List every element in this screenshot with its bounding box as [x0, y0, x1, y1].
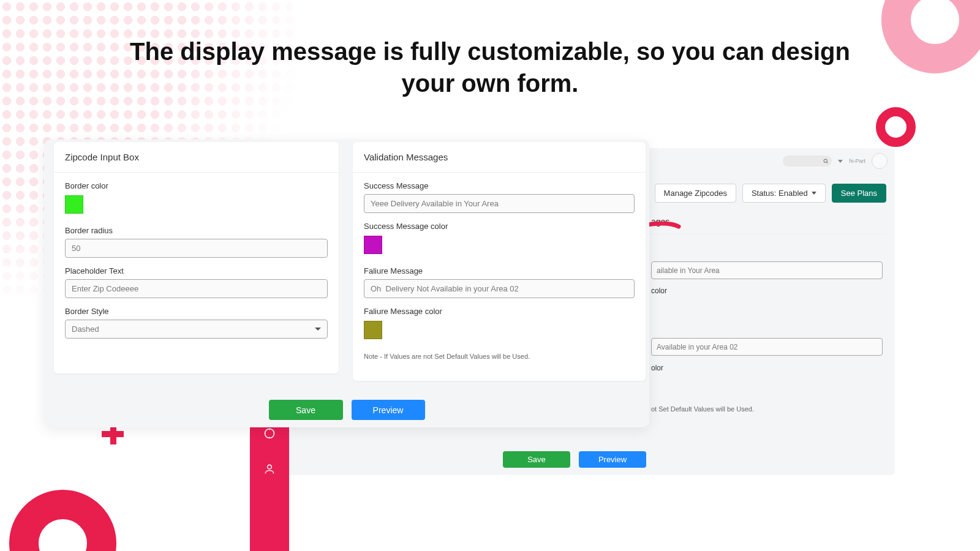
bg-save-button[interactable]: Save	[503, 451, 570, 468]
border-color-label: Border color	[65, 181, 328, 190]
action-bar: Help Manage Zipcodes Status: Enabled See…	[614, 184, 886, 203]
bg-failure-color-label: olor	[651, 364, 883, 372]
divider	[645, 234, 886, 234]
border-color-swatch[interactable]	[65, 195, 83, 214]
manage-zipcodes-button[interactable]: Manage Zipcodes	[655, 184, 736, 203]
search-icon	[823, 159, 829, 164]
success-message-label: Success Message	[364, 181, 635, 190]
failure-color-swatch[interactable]	[364, 321, 382, 339]
user-icon	[263, 463, 276, 478]
status-dropdown[interactable]: Status: Enabled	[742, 184, 826, 203]
zipcode-input-card: Zipcode Input Box Border color Border ra…	[54, 142, 339, 373]
avatar[interactable]	[872, 153, 888, 169]
decorative-ring-red-bottom	[9, 490, 116, 551]
svg-point-1	[268, 465, 272, 469]
compass-icon	[263, 427, 276, 442]
settings-panel: Zipcode Input Box Border color Border ra…	[44, 140, 649, 427]
failure-color-label: Faliure Message color	[364, 307, 635, 316]
topbar: hi-Part	[783, 153, 888, 169]
decorative-ring-pink	[881, 0, 980, 73]
border-style-select[interactable]: Dashed	[65, 320, 328, 339]
failure-message-label: Faliure Message	[364, 266, 635, 276]
border-radius-label: Border radius	[65, 226, 328, 235]
bg-success-color-label: color	[651, 287, 883, 295]
decorative-ring-red	[876, 107, 916, 147]
search-input[interactable]	[783, 156, 832, 167]
success-color-label: Success Message color	[364, 222, 635, 231]
bg-card-title: ages	[651, 217, 669, 227]
button-row: Save Preview	[44, 400, 649, 420]
svg-point-0	[265, 429, 274, 438]
sidebar-strip	[250, 426, 289, 551]
success-message-input[interactable]	[364, 194, 635, 213]
status-label: Status: Enabled	[752, 189, 808, 198]
failure-message-input[interactable]	[364, 279, 635, 298]
success-color-swatch[interactable]	[364, 236, 382, 254]
bg-preview-button[interactable]: Preview	[579, 451, 646, 468]
card-title-right: Validation Messages	[353, 142, 646, 173]
border-style-label: Border Style	[65, 307, 328, 316]
chevron-down-icon	[812, 192, 816, 195]
note-text: Note - If Values are not Set Default Val…	[364, 353, 635, 360]
bg-failure-input[interactable]	[651, 338, 883, 356]
preview-button[interactable]: Preview	[352, 400, 425, 420]
card-title-left: Zipcode Input Box	[54, 142, 339, 173]
headline: The display message is fully customizabl…	[123, 36, 858, 100]
bg-success-input[interactable]	[651, 261, 883, 279]
border-radius-input[interactable]	[65, 239, 328, 258]
save-button[interactable]: Save	[269, 400, 343, 420]
svg-point-2	[824, 159, 827, 162]
topbar-text: hi-Part	[849, 158, 865, 164]
validation-messages-card: Validation Messages Success Message Succ…	[353, 142, 646, 381]
bg-note: ot Set Default Values will be Used.	[651, 405, 883, 413]
placeholder-text-label: Placeholder Text	[65, 266, 328, 276]
chevron-down-icon[interactable]	[838, 160, 843, 163]
bg-button-row: Save Preview	[254, 451, 895, 468]
placeholder-text-input[interactable]	[65, 279, 328, 298]
see-plans-button[interactable]: See Plans	[832, 184, 886, 203]
